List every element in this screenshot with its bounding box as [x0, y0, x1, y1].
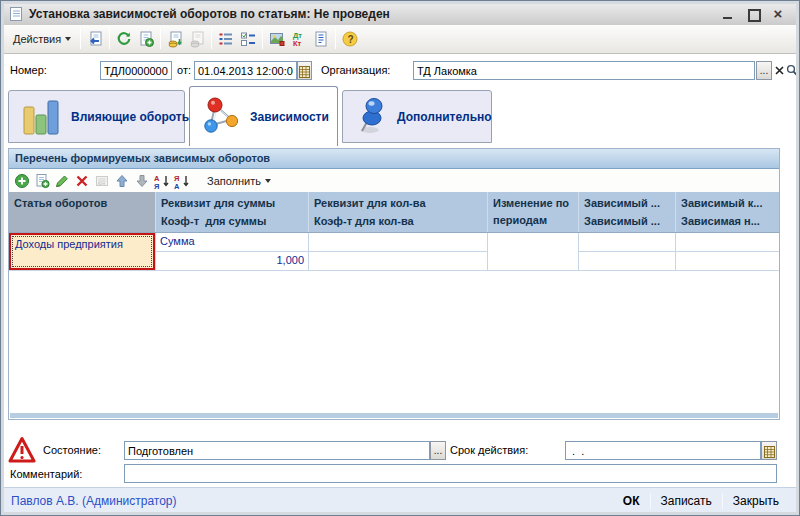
tab-influencing-turnovers[interactable]: Влияющие обороты — [8, 90, 185, 143]
chevron-down-icon — [65, 37, 71, 41]
column-header-label: Зависимый ... — [584, 213, 670, 229]
column-header-dependent-2[interactable]: Зависимый к... Зависимая н... — [676, 192, 779, 232]
actions-menu-button[interactable]: Действия — [7, 30, 77, 48]
cell-dependent-1[interactable] — [579, 233, 676, 270]
cell-sum-coefficient[interactable]: 1,000 — [156, 252, 308, 271]
tab-dependencies[interactable]: Зависимости — [189, 86, 338, 146]
copy-document-icon[interactable] — [135, 28, 157, 50]
grid-horizontal-scrollbar[interactable] — [10, 413, 778, 418]
comment-label: Комментарий: — [10, 468, 82, 480]
status-input[interactable] — [124, 441, 430, 460]
organization-select-button[interactable]: ... — [756, 61, 772, 80]
toolbar-separator — [109, 29, 110, 49]
write-button[interactable]: Записать — [651, 494, 722, 508]
cell-quantity-coefficient[interactable] — [309, 252, 487, 271]
close-form-button[interactable]: Закрыть — [723, 494, 789, 508]
column-header-label: Зависимый ... — [584, 195, 670, 211]
validity-calendar-button[interactable] — [761, 441, 777, 460]
svg-text:Кт: Кт — [293, 39, 302, 48]
tab-label: Дополнительно — [397, 110, 492, 124]
cell-sum[interactable]: Сумма 1,000 — [156, 233, 309, 270]
column-header-article[interactable]: Статья оборотов — [9, 192, 156, 232]
reread-document-icon[interactable] — [84, 28, 106, 50]
toolbar-separator — [196, 173, 197, 189]
toolbar-separator — [80, 29, 81, 49]
close-icon[interactable]: × — [771, 7, 785, 21]
user-info: Павлов А.В. (Администратор) — [11, 494, 177, 508]
movements-report-icon[interactable] — [310, 28, 332, 50]
post-document-icon[interactable] — [164, 28, 186, 50]
validity-input[interactable] — [565, 441, 761, 460]
cell-quantity[interactable] — [309, 233, 488, 270]
pushpin-icon — [355, 96, 389, 138]
cell-dependent-bottom[interactable] — [676, 252, 779, 271]
column-header-quantity[interactable]: Реквизит для кол-ва Коэф-т для кол-ва — [309, 192, 488, 232]
maximize-icon[interactable] — [746, 7, 760, 21]
date-calendar-button[interactable] — [297, 61, 312, 80]
delete-row-icon[interactable] — [72, 171, 92, 191]
minimize-icon[interactable] — [721, 7, 735, 21]
molecule-icon — [202, 96, 242, 138]
cell-dependent-bottom[interactable] — [579, 252, 675, 271]
status-label: Состояние: — [43, 444, 101, 456]
column-header-label: Реквизит для кол-ва — [314, 195, 482, 211]
main-toolbar: Действия ДтКт — [3, 25, 797, 54]
footer-bar: Павлов А.В. (Администратор) ОК Записать … — [3, 487, 797, 513]
organization-find-icon[interactable] — [785, 61, 799, 80]
organization-input[interactable] — [413, 61, 755, 80]
fill-button[interactable]: Заполнить — [201, 172, 277, 190]
fill-button-label: Заполнить — [207, 175, 261, 187]
selected-cell[interactable]: Доходы предприятия — [9, 233, 155, 270]
refresh-icon[interactable] — [113, 28, 135, 50]
column-header-label: Зависимая н... — [681, 213, 774, 229]
subordination-structure-icon[interactable] — [266, 28, 288, 50]
number-label: Номер: — [10, 64, 47, 76]
move-up-arrow-icon[interactable] — [112, 171, 132, 191]
status-select-button[interactable]: ... — [430, 441, 446, 460]
title-bar[interactable]: Установка зависимостей оборотов по стать… — [3, 3, 797, 25]
move-down-arrow-icon[interactable] — [132, 171, 152, 191]
cell-dependent-top[interactable] — [579, 233, 675, 252]
document-window: Установка зависимостей оборотов по стать… — [0, 0, 800, 516]
column-header-dependent-1[interactable]: Зависимый ... Зависимый ... — [579, 192, 676, 232]
column-header-sum[interactable]: Реквизит для суммы Коэф-т для суммы — [156, 192, 309, 232]
sort-descending-icon[interactable]: ЯА — [172, 171, 192, 191]
chevron-down-icon — [265, 179, 271, 183]
dt-kt-icon[interactable]: ДтКт — [288, 28, 310, 50]
unpost-document-icon — [186, 28, 208, 50]
cell-quantity-attribute[interactable] — [309, 233, 487, 252]
tab-additional[interactable]: Дополнительно — [342, 90, 492, 143]
bar-chart-icon — [21, 97, 63, 137]
sort-ascending-icon[interactable]: АЯ — [152, 171, 172, 191]
table-header-row: Статья оборотов Реквизит для суммы Коэф-… — [9, 192, 779, 233]
help-icon[interactable]: ? — [339, 28, 361, 50]
cell-sum-attribute[interactable]: Сумма — [156, 233, 308, 252]
cell-dependent-2[interactable] — [676, 233, 779, 270]
comment-input[interactable] — [124, 464, 777, 483]
date-input[interactable] — [194, 61, 297, 80]
cell-article[interactable]: Доходы предприятия — [9, 233, 156, 270]
cell-dependent-top[interactable] — [676, 233, 779, 252]
warning-icon — [8, 436, 36, 464]
finish-editing-icon: кон — [92, 171, 112, 191]
document-movements-icon[interactable] — [215, 28, 237, 50]
column-header-label: Коэф-т для кол-ва — [314, 213, 482, 229]
ok-button[interactable]: ОК — [613, 494, 650, 508]
add-row-icon[interactable] — [12, 171, 32, 191]
copy-row-icon[interactable] — [32, 171, 52, 191]
column-header-label: Статья оборотов — [14, 195, 150, 211]
date-label: от: — [177, 64, 191, 76]
list-settings-icon[interactable] — [237, 28, 259, 50]
tab-label: Зависимости — [250, 110, 329, 124]
edit-row-pencil-icon[interactable] — [52, 171, 72, 191]
tab-label: Влияющие обороты — [71, 110, 192, 124]
column-header-period-change[interactable]: Изменение по периодам — [488, 192, 579, 232]
number-input[interactable] — [100, 61, 172, 80]
column-header-label: Коэф-т для суммы — [161, 213, 303, 229]
organization-clear-icon[interactable] — [772, 61, 786, 80]
validity-label: Срок действия: — [450, 444, 528, 456]
cell-period-change[interactable] — [488, 233, 579, 270]
column-header-label: Зависимый к... — [681, 195, 774, 211]
svg-text:А: А — [174, 181, 180, 189]
svg-text:Я: Я — [154, 181, 159, 189]
